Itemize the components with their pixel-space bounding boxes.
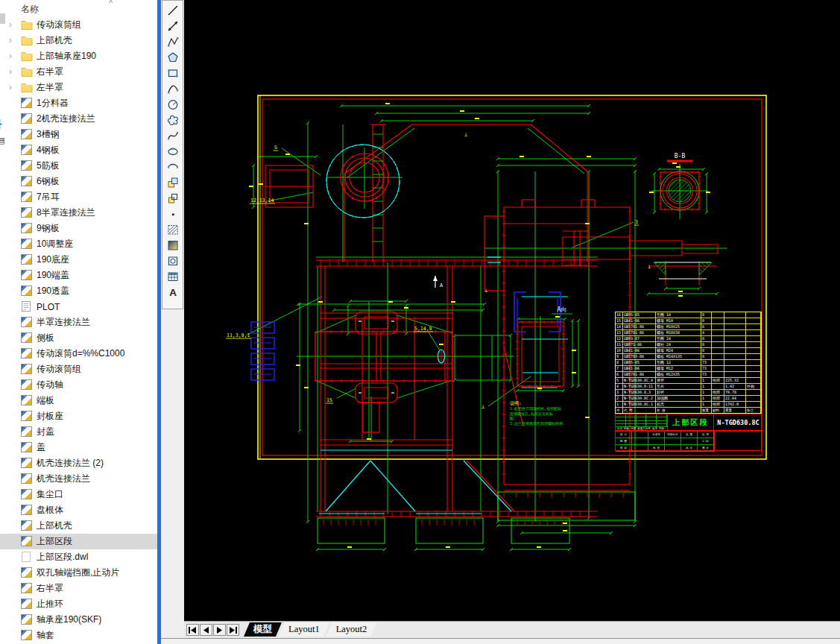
bom-cell: 8 xyxy=(616,360,623,365)
cad-canvas[interactable]: ⊥⊥⊥⊥512,13,1411,3,9,135,14,915B-BA向A 16G… xyxy=(184,0,840,621)
bom-cell xyxy=(746,402,761,407)
file-item[interactable]: 5筋板 xyxy=(0,158,157,174)
toolbar-line-button[interactable] xyxy=(164,2,182,18)
tab-nav-previous-button[interactable] xyxy=(200,624,212,636)
toolbar-arc-button[interactable] xyxy=(164,80,182,96)
bom-cell xyxy=(712,318,724,323)
file-item[interactable]: 侧板 xyxy=(0,330,157,346)
file-item[interactable]: 1分料器 xyxy=(0,95,157,111)
toolbar-rectangle-button[interactable] xyxy=(164,65,182,80)
toolbar-circle-button[interactable] xyxy=(164,96,182,112)
toolbar-gradient-button[interactable] xyxy=(164,237,182,253)
bom-cell: 1 xyxy=(701,384,712,389)
toolbar-make-block-button[interactable] xyxy=(164,190,182,206)
file-item[interactable]: 机壳连接法兰 (2) xyxy=(0,455,157,471)
file-item[interactable]: 190透盖 xyxy=(0,283,157,299)
expand-arrow-icon[interactable]: › xyxy=(9,51,12,61)
bom-row: 8GB95-85垫圈 1273 xyxy=(616,360,761,366)
file-item[interactable]: 4钢板 xyxy=(0,142,157,158)
file-item[interactable]: 盖 xyxy=(0,440,157,455)
toolbar-hatch-button[interactable] xyxy=(164,221,182,237)
file-item[interactable]: 上部区段.dwl xyxy=(0,549,157,565)
tab-model[interactable]: 模型 xyxy=(244,622,282,637)
title-field-cell: 设 计 xyxy=(616,432,632,438)
file-item-label: 1分料器 xyxy=(37,97,69,110)
file-item[interactable]: 6钢板 xyxy=(0,174,157,189)
file-item[interactable]: 7吊耳 xyxy=(0,189,157,205)
file-item[interactable]: 集尘口 xyxy=(0,487,157,502)
file-item[interactable]: ›左半罩 xyxy=(0,80,157,95)
file-item[interactable]: 传动滚筒组 xyxy=(0,362,157,377)
file-item[interactable]: 半罩连接法兰 xyxy=(0,315,157,330)
file-item[interactable]: 9钢板 xyxy=(0,221,157,236)
file-item[interactable]: 传动轴 xyxy=(0,377,157,393)
file-item-label: 左半罩 xyxy=(37,81,63,94)
tab-nav-first-button[interactable] xyxy=(186,624,199,636)
toolbar-ellipse-arc-button[interactable] xyxy=(164,159,182,174)
toolbar-point-button[interactable] xyxy=(164,206,182,221)
file-item[interactable]: 封板座 xyxy=(0,408,157,424)
expand-arrow-icon[interactable]: › xyxy=(9,35,12,45)
dwg-icon xyxy=(21,536,33,547)
file-item[interactable]: 8半罩连接法兰 xyxy=(0,205,157,221)
column-header-name[interactable]: 名称 xyxy=(21,3,39,16)
file-item[interactable]: ›上部轴承座190 xyxy=(0,48,157,64)
bom-cell: N-TGD630.8C.4 xyxy=(623,378,656,383)
file-item[interactable]: 封盖 xyxy=(0,424,157,440)
bom-cell: 70.78 xyxy=(724,390,746,395)
file-item[interactable]: 轴承座190(SKF) xyxy=(0,612,157,628)
toolbar-revision-cloud-button[interactable] xyxy=(164,112,182,127)
file-item[interactable]: PLOT xyxy=(0,299,157,315)
sort-ascending-icon[interactable]: ^ xyxy=(109,0,113,7)
file-item[interactable]: ›传动滚筒组 xyxy=(0,17,157,33)
expand-arrow-icon[interactable]: › xyxy=(9,19,12,30)
file-item[interactable]: 2机壳连接法兰 xyxy=(0,111,157,127)
bom-cell: 组焊 xyxy=(712,402,724,407)
file-item[interactable]: 3槽钢 xyxy=(0,127,157,142)
file-item[interactable]: 上部机壳 xyxy=(0,518,157,534)
bom-cell: 22.04 xyxy=(724,396,746,401)
toolbar-region-button[interactable] xyxy=(164,253,182,268)
file-item[interactable]: ›上部机壳 xyxy=(0,33,157,48)
file-item[interactable]: 传动滚筒d=%%C1000 xyxy=(0,346,157,362)
tab-layout1[interactable]: Layout1 xyxy=(279,622,329,637)
file-item[interactable]: ›右半罩 xyxy=(0,64,157,80)
file-item[interactable]: 止推环 xyxy=(0,596,157,612)
bom-cell xyxy=(746,336,761,341)
balloon-label: 12,13,14 xyxy=(250,198,274,203)
balloon-label: 3 xyxy=(635,219,638,225)
file-item[interactable]: 190端盖 xyxy=(0,268,157,283)
file-item[interactable]: 端板 xyxy=(0,393,157,408)
file-item[interactable]: 盘根体 xyxy=(0,502,157,518)
expand-arrow-icon[interactable]: › xyxy=(9,82,12,92)
toolbar-table-button[interactable] xyxy=(164,268,182,284)
toolbar-polyline-button[interactable] xyxy=(164,34,182,49)
bom-cell xyxy=(724,348,746,353)
file-item[interactable]: 轴套 xyxy=(0,628,157,643)
toolbar-spline-button[interactable] xyxy=(164,127,182,143)
expand-arrow-icon[interactable]: › xyxy=(9,66,12,77)
tab-nav-next-button[interactable] xyxy=(213,624,226,636)
file-item[interactable]: 190底座 xyxy=(0,252,157,268)
toolbar-insert-block-button[interactable] xyxy=(164,174,182,190)
gradient-icon xyxy=(167,239,179,251)
tab-layout2[interactable]: Layout2 xyxy=(326,622,377,637)
table-icon xyxy=(167,271,179,282)
file-item-selected[interactable]: 上部区段 xyxy=(0,534,157,549)
bom-row: 4N-TGD630.8-11垫片11.42外购 xyxy=(616,384,761,390)
file-item[interactable]: 机壳连接法兰 xyxy=(0,471,157,487)
file-item[interactable]: 右半罩 xyxy=(0,581,157,596)
toolbar-construction-line-button[interactable] xyxy=(164,18,182,34)
file-item-label: 止推环 xyxy=(37,598,63,610)
toolbar-ellipse-button[interactable] xyxy=(164,143,182,159)
title-field-cell xyxy=(665,445,681,452)
file-item-label: 集尘口 xyxy=(37,488,63,501)
toolbar-multiline-text-button[interactable]: A xyxy=(164,284,182,300)
file-item[interactable]: 10调整座 xyxy=(0,236,157,252)
file-item-label: 190端盖 xyxy=(37,269,69,282)
file-item[interactable]: 双孔轴端挡圈,止动片 xyxy=(0,565,157,581)
file-item-label: 轴套 xyxy=(37,629,54,642)
tab-nav-last-button[interactable] xyxy=(227,624,239,636)
title-field-cell xyxy=(665,438,681,445)
toolbar-polygon-button[interactable] xyxy=(164,49,182,65)
